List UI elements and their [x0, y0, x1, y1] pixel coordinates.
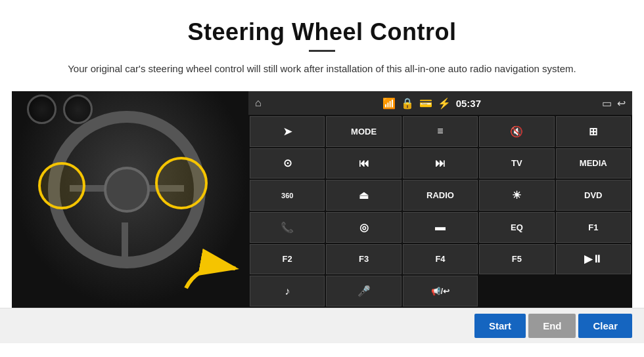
screen2-btn[interactable]: ▬ [403, 212, 478, 243]
f1-btn[interactable]: F1 [556, 212, 631, 243]
yellow-arrow [179, 249, 245, 301]
steering-wheel-center [104, 167, 150, 213]
highlight-circle-left [38, 162, 85, 209]
empty2 [556, 276, 631, 306]
navigate-btn[interactable]: ➤ [250, 116, 325, 147]
control-grid: ➤ MODE ≡ 🔇 ⊞ ⊙ ⏮ ⏭ TV MEDIA 360 ⏏ RADIO … [248, 115, 632, 308]
f3-btn[interactable]: F3 [326, 244, 401, 275]
screen-icon: ▭ [602, 97, 612, 110]
phone-btn[interactable]: 📞 [250, 212, 325, 243]
title-divider [309, 50, 335, 52]
brightness-btn[interactable]: ☀ [479, 180, 554, 211]
home-icon: ⌂ [255, 97, 262, 109]
empty1 [479, 276, 554, 306]
apps-btn[interactable]: ⊞ [556, 116, 631, 147]
eject-btn[interactable]: ⏏ [326, 180, 401, 211]
sd-icon: 💳 [419, 97, 432, 110]
f5-btn[interactable]: F5 [479, 244, 554, 275]
music-btn[interactable]: ♪ [250, 276, 325, 306]
page-title: Steering Wheel Control [0, 18, 644, 46]
status-bar: ⌂ 📶 🔒 💳 ⚡ 05:37 ▭ ↩ [248, 91, 632, 115]
topbar-left-icons: ⌂ [255, 97, 262, 109]
bluetooth-icon: ⚡ [438, 97, 451, 110]
mode-btn[interactable]: MODE [326, 116, 401, 147]
radio-btn[interactable]: RADIO [403, 180, 478, 211]
end-button[interactable]: End [528, 314, 576, 338]
vol-phone-btn[interactable]: 📢/↩ [403, 276, 478, 306]
media-btn[interactable]: MEDIA [556, 148, 631, 179]
prev-btn[interactable]: ⏮ [326, 148, 401, 179]
next-btn[interactable]: ⏭ [403, 148, 478, 179]
internet-btn[interactable]: ◎ [326, 212, 401, 243]
cam360-btn[interactable]: 360 [250, 180, 325, 211]
clear-button[interactable]: Clear [578, 314, 632, 338]
subtitle-text: Your original car's steering wheel contr… [0, 61, 644, 77]
back-icon: ↩ [617, 97, 626, 110]
mute-btn[interactable]: 🔇 [479, 116, 554, 147]
list-btn[interactable]: ≡ [403, 116, 478, 147]
control-panel: ⌂ 📶 🔒 💳 ⚡ 05:37 ▭ ↩ ➤ MODE ≡ 🔇 ⊞ ⊙ [248, 91, 632, 308]
tv-btn[interactable]: TV [479, 148, 554, 179]
spoke-bottom [122, 222, 128, 259]
playpause-btn[interactable]: ▶⏸ [556, 244, 631, 275]
wifi-icon: 📶 [382, 97, 396, 110]
mic-btn[interactable]: 🎤 [326, 276, 401, 306]
f4-btn[interactable]: F4 [403, 244, 478, 275]
content-area: ⌂ 📶 🔒 💳 ⚡ 05:37 ▭ ↩ ➤ MODE ≡ 🔇 ⊞ ⊙ [0, 91, 644, 308]
highlight-circle-right [155, 157, 208, 209]
dvd-btn[interactable]: DVD [556, 180, 631, 211]
bottom-bar: Start End Clear [0, 308, 644, 343]
topbar-center-icons: 📶 🔒 💳 ⚡ 05:37 [382, 97, 481, 110]
start-button[interactable]: Start [474, 314, 526, 338]
f2-btn[interactable]: F2 [250, 244, 325, 275]
settings-btn[interactable]: ⊙ [250, 148, 325, 179]
clock-display: 05:37 [456, 98, 481, 109]
steering-wheel-image [12, 91, 248, 308]
eq-btn[interactable]: EQ [479, 212, 554, 243]
lock-icon: 🔒 [401, 97, 414, 110]
topbar-right-icons: ▭ ↩ [602, 97, 626, 110]
